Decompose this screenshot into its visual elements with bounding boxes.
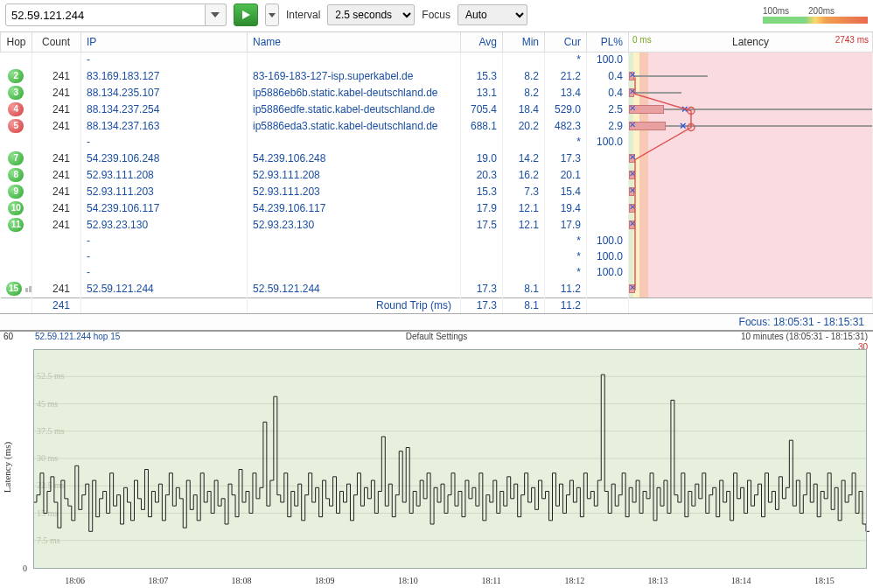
- col-ip[interactable]: IP: [81, 32, 248, 52]
- hop-min: [503, 249, 545, 265]
- hop-avg: 17.3: [461, 281, 503, 298]
- hop-marker: ✕: [629, 103, 636, 113]
- hop-min: 14.2: [503, 150, 545, 167]
- hop-row[interactable]: 224183.169.183.12783-169-183-127-isp.sup…: [1, 68, 873, 85]
- hop-row[interactable]: 524188.134.237.163ip5886eda3.static.kabe…: [1, 118, 873, 135]
- hop-cur: *: [545, 265, 587, 281]
- col-hop[interactable]: Hop: [1, 32, 32, 52]
- hop-ip: 83.169.183.127: [81, 68, 248, 85]
- hop-pl: 100.0: [587, 265, 629, 281]
- hop-circle: 4: [8, 102, 24, 116]
- hop-row[interactable]: -*100.0: [1, 249, 873, 265]
- hop-row[interactable]: -*100.0: [1, 135, 873, 150]
- latency-canvas[interactable]: [0, 344, 873, 588]
- hop-min: 8.2: [503, 68, 545, 85]
- hop-circle: 5: [8, 119, 24, 133]
- hop-cur: *: [545, 52, 587, 68]
- signal-icon: [25, 283, 32, 295]
- hop-pl: [587, 217, 629, 234]
- hop-ip: -: [81, 52, 248, 68]
- focus-label: Focus: [422, 9, 450, 21]
- legend-200ms: 200ms: [808, 6, 835, 16]
- hops-table: Hop Count IP Name Avg Min Cur PL% 0 ms L…: [0, 32, 873, 313]
- col-latency[interactable]: 0 ms Latency 2743 ms: [629, 32, 873, 52]
- target-input[interactable]: [5, 4, 206, 26]
- hop-latency-bar: ×✕: [629, 118, 873, 135]
- hop-row[interactable]: 724154.239.106.24854.239.106.24819.014.2…: [1, 150, 873, 167]
- hop-number: [1, 234, 32, 249]
- target-dropdown-button[interactable]: [206, 4, 227, 26]
- col-pl[interactable]: PL%: [587, 32, 629, 52]
- hop-number: 11: [1, 217, 32, 234]
- hop-ip: 88.134.237.163: [81, 118, 248, 135]
- hop-marker: ✕: [629, 152, 636, 162]
- hop-pl: 2.5: [587, 102, 629, 118]
- hop-latency-bar: ✕: [629, 85, 873, 102]
- hop-number: 3: [1, 85, 32, 102]
- play-dropdown-button[interactable]: [265, 4, 279, 26]
- hop-min: 12.1: [503, 200, 545, 217]
- hop-count: 241: [32, 118, 81, 135]
- hop-number: [1, 52, 32, 68]
- hop-pl: [587, 200, 629, 217]
- col-name[interactable]: Name: [248, 32, 461, 52]
- hop-ip: 52.93.23.130: [81, 217, 248, 234]
- focus-select[interactable]: Auto: [457, 4, 527, 25]
- hop-latency-bar: ✕: [629, 217, 873, 234]
- hop-latency-bar: [629, 249, 873, 265]
- hop-row[interactable]: 1124152.93.23.13052.93.23.13017.512.117.…: [1, 217, 873, 234]
- hop-row[interactable]: 1524152.59.121.24452.59.121.24417.38.111…: [1, 281, 873, 298]
- rt-cur: 11.2: [545, 298, 587, 313]
- col-min[interactable]: Min: [503, 32, 545, 52]
- chart-settings: Default Settings: [406, 332, 468, 341]
- hop-row[interactable]: -*100.0: [1, 265, 873, 281]
- hop-circle: 7: [8, 151, 24, 165]
- hop-row[interactable]: -*100.0: [1, 52, 873, 68]
- hop-latency-bar: ✕: [629, 281, 873, 298]
- hop-row[interactable]: 824152.93.111.20852.93.111.20820.316.220…: [1, 167, 873, 184]
- hop-min: 7.3: [503, 184, 545, 200]
- hop-number: 7: [1, 150, 32, 167]
- hop-row[interactable]: 1024154.239.106.11754.239.106.11717.912.…: [1, 200, 873, 217]
- hop-avg: [461, 265, 503, 281]
- round-trip-row: 241 Round Trip (ms) 17.3 8.1 11.2: [1, 298, 873, 313]
- hop-latency-bar: ✕: [629, 68, 873, 85]
- latency staleness-mark: ×: [680, 119, 687, 132]
- hop-cur: *: [545, 249, 587, 265]
- hop-cur: 17.3: [545, 150, 587, 167]
- hop-row[interactable]: 324188.134.235.107ip5886eb6b.static.kabe…: [1, 85, 873, 102]
- rt-count: 241: [32, 298, 81, 313]
- hop-count: 241: [32, 102, 81, 118]
- hop-count: [32, 249, 81, 265]
- hop-row[interactable]: -*100.0: [1, 234, 873, 249]
- rt-min: 8.1: [503, 298, 545, 313]
- hop-latency-bar: ✕: [629, 184, 873, 200]
- hop-ip: -: [81, 234, 248, 249]
- hop-count: 241: [32, 217, 81, 234]
- hop-pl: 100.0: [587, 234, 629, 249]
- latency-axis-min: 0 ms: [632, 35, 652, 45]
- col-avg[interactable]: Avg: [461, 32, 503, 52]
- hop-circle: 8: [8, 168, 24, 182]
- interval-select[interactable]: 2.5 seconds: [327, 4, 415, 25]
- hop-cur: *: [545, 135, 587, 150]
- col-cur[interactable]: Cur: [545, 32, 587, 52]
- hop-row[interactable]: 424188.134.237.254ip5886edfe.static.kabe…: [1, 102, 873, 118]
- hop-number: 10: [1, 200, 32, 217]
- rt-label: Round Trip (ms): [248, 298, 461, 313]
- col-count[interactable]: Count: [32, 32, 81, 52]
- play-button[interactable]: [234, 4, 258, 26]
- hop-ip: -: [81, 249, 248, 265]
- legend-100ms: 100ms: [763, 6, 789, 16]
- hop-avg: 17.9: [461, 200, 503, 217]
- hop-min: 8.2: [503, 85, 545, 102]
- hop-marker: ✕: [629, 169, 636, 178]
- hop-cur: 21.2: [545, 68, 587, 85]
- hop-avg: [461, 234, 503, 249]
- hop-min: 12.1: [503, 217, 545, 234]
- hop-row[interactable]: 924152.93.111.20352.93.111.20315.37.315.…: [1, 184, 873, 200]
- hop-count: 241: [32, 281, 81, 298]
- latency-axis-max: 2743 ms: [835, 35, 869, 45]
- hop-count: [32, 265, 81, 281]
- hop-name: [248, 234, 461, 249]
